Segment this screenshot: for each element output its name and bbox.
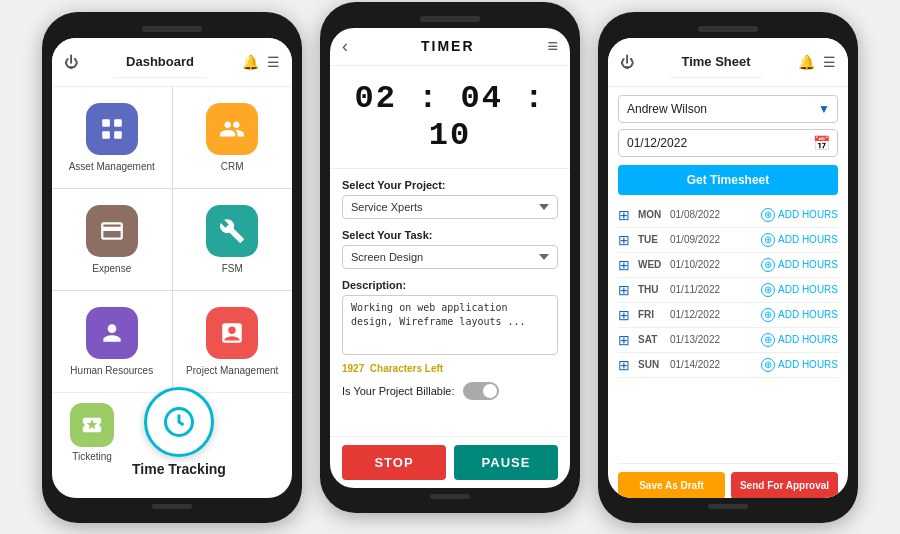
- stop-button[interactable]: STOP: [342, 445, 446, 480]
- timer-buttons: STOP PAUSE: [330, 436, 570, 488]
- billable-label: Is Your Project Billable:: [342, 385, 455, 397]
- row-expand-sat[interactable]: ⊞: [618, 332, 634, 348]
- ts-bell-icon[interactable]: 🔔: [798, 54, 815, 70]
- timer-display: 02 : 04 : 10: [330, 66, 570, 169]
- pause-button[interactable]: PAUSE: [454, 445, 558, 480]
- back-button[interactable]: ‹: [342, 36, 348, 57]
- time-tracking-cell[interactable]: Time Tracking: [132, 387, 226, 477]
- send-approval-button[interactable]: Send For Approval: [731, 472, 838, 498]
- row-expand-sun[interactable]: ⊞: [618, 357, 634, 373]
- timesheet-title: Time Sheet: [669, 46, 762, 78]
- ticketing-icon: [70, 403, 114, 447]
- add-hours-sat[interactable]: ⊕ ADD HOURS: [761, 333, 838, 347]
- billable-row: Is Your Project Billable: No: [342, 382, 558, 400]
- table-row: ⊞ TUE 01/09/2022 ⊕ ADD HOURS: [618, 228, 838, 253]
- timer-screen: ‹ TIMER ≡ 02 : 04 : 10 Select Your Proje…: [330, 28, 570, 488]
- timer-menu-icon[interactable]: ≡: [547, 36, 558, 57]
- table-row: ⊞ THU 01/11/2022 ⊕ ADD HOURS: [618, 278, 838, 303]
- add-icon-sun: ⊕: [761, 358, 775, 372]
- timesheet-footer: Save As Draft Send For Approval: [618, 463, 838, 498]
- add-icon-mon: ⊕: [761, 208, 775, 222]
- add-hours-wed[interactable]: ⊕ ADD HOURS: [761, 258, 838, 272]
- chars-left: 1927 Characters Left: [342, 363, 558, 374]
- calendar-icon: 📅: [813, 135, 830, 151]
- add-hours-label-sun: ADD HOURS: [778, 359, 838, 370]
- human-resources-label: Human Resources: [70, 365, 153, 376]
- date-fri: 01/12/2022: [670, 309, 757, 320]
- bell-icon[interactable]: 🔔: [242, 54, 259, 70]
- add-icon-tue: ⊕: [761, 233, 775, 247]
- date-wrapper: 📅: [618, 129, 838, 157]
- add-hours-sun[interactable]: ⊕ ADD HOURS: [761, 358, 838, 372]
- cell-project-management[interactable]: Project Management: [173, 291, 293, 392]
- billable-toggle[interactable]: No: [463, 382, 499, 400]
- power-icon[interactable]: ⏻: [64, 54, 78, 70]
- task-select[interactable]: Screen DesignDevelopmentTesting: [342, 245, 558, 269]
- add-icon-sat: ⊕: [761, 333, 775, 347]
- phone-dashboard: ⏻ Dashboard 🔔 ☰ Asset Management CRM: [42, 12, 302, 523]
- employee-select[interactable]: Andrew Wilson: [618, 95, 838, 123]
- add-hours-label-mon: ADD HOURS: [778, 209, 838, 220]
- timer-minutes: 04: [461, 80, 503, 117]
- expense-label: Expense: [92, 263, 131, 274]
- svg-rect-3: [114, 131, 122, 139]
- dashboard-header: ⏻ Dashboard 🔔 ☰: [52, 38, 292, 87]
- cell-expense[interactable]: Expense: [52, 189, 172, 290]
- row-expand-fri[interactable]: ⊞: [618, 307, 634, 323]
- ts-menu-icon[interactable]: ☰: [823, 54, 836, 70]
- save-draft-button[interactable]: Save As Draft: [618, 472, 725, 498]
- timer-colon2: :: [524, 80, 545, 117]
- svg-rect-0: [102, 119, 110, 127]
- dashboard-grid: Asset Management CRM Expense FSM: [52, 87, 292, 392]
- crm-icon: [206, 103, 258, 155]
- date-sun: 01/14/2022: [670, 359, 757, 370]
- date-wed: 01/10/2022: [670, 259, 757, 270]
- project-select[interactable]: Service XpertsProject AlphaProject Beta: [342, 195, 558, 219]
- table-row: ⊞ WED 01/10/2022 ⊕ ADD HOURS: [618, 253, 838, 278]
- dashboard-bottom: Ticketing Time Tracking: [52, 392, 292, 472]
- get-timesheet-button[interactable]: Get Timesheet: [618, 165, 838, 195]
- asset-management-label: Asset Management: [69, 161, 155, 172]
- svg-rect-1: [114, 119, 122, 127]
- time-tracking-fab[interactable]: [144, 387, 214, 457]
- date-tue: 01/09/2022: [670, 234, 757, 245]
- description-textarea[interactable]: Working on web application design, Wiref…: [342, 295, 558, 355]
- ticketing-label: Ticketing: [72, 451, 112, 462]
- fsm-label: FSM: [222, 263, 243, 274]
- table-row: ⊞ MON 01/08/2022 ⊕ ADD HOURS: [618, 203, 838, 228]
- add-hours-label-sat: ADD HOURS: [778, 334, 838, 345]
- ts-power-icon[interactable]: ⏻: [620, 54, 634, 70]
- toggle-text: No: [484, 386, 495, 395]
- add-hours-label-tue: ADD HOURS: [778, 234, 838, 245]
- project-management-label: Project Management: [186, 365, 278, 376]
- chars-left-label: Characters Left: [370, 363, 443, 374]
- add-hours-thu[interactable]: ⊕ ADD HOURS: [761, 283, 838, 297]
- chars-count: 1927: [342, 363, 364, 374]
- add-hours-label-thu: ADD HOURS: [778, 284, 838, 295]
- dashboard-screen: ⏻ Dashboard 🔔 ☰ Asset Management CRM: [52, 38, 292, 498]
- row-expand-wed[interactable]: ⊞: [618, 257, 634, 273]
- table-row: ⊞ SUN 01/14/2022 ⊕ ADD HOURS: [618, 353, 838, 378]
- cell-fsm[interactable]: FSM: [173, 189, 293, 290]
- phone-timer: ‹ TIMER ≡ 02 : 04 : 10 Select Your Proje…: [320, 2, 580, 513]
- timesheet-table: ⊞ MON 01/08/2022 ⊕ ADD HOURS ⊞ TUE 01/09…: [618, 203, 838, 463]
- cell-human-resources[interactable]: Human Resources: [52, 291, 172, 392]
- crm-label: CRM: [221, 161, 244, 172]
- day-fri: FRI: [638, 309, 666, 320]
- cell-asset-management[interactable]: Asset Management: [52, 87, 172, 188]
- svg-rect-2: [102, 131, 110, 139]
- row-expand-thu[interactable]: ⊞: [618, 282, 634, 298]
- add-hours-fri[interactable]: ⊕ ADD HOURS: [761, 308, 838, 322]
- date-input[interactable]: [618, 129, 838, 157]
- row-expand-tue[interactable]: ⊞: [618, 232, 634, 248]
- cell-crm[interactable]: CRM: [173, 87, 293, 188]
- timer-hours: 02: [355, 80, 397, 117]
- add-hours-mon[interactable]: ⊕ ADD HOURS: [761, 208, 838, 222]
- add-hours-tue[interactable]: ⊕ ADD HOURS: [761, 233, 838, 247]
- ticketing-cell[interactable]: Ticketing: [62, 403, 122, 462]
- menu-icon[interactable]: ☰: [267, 54, 280, 70]
- description-label: Description:: [342, 279, 558, 291]
- row-expand-mon[interactable]: ⊞: [618, 207, 634, 223]
- project-management-icon: [206, 307, 258, 359]
- date-sat: 01/13/2022: [670, 334, 757, 345]
